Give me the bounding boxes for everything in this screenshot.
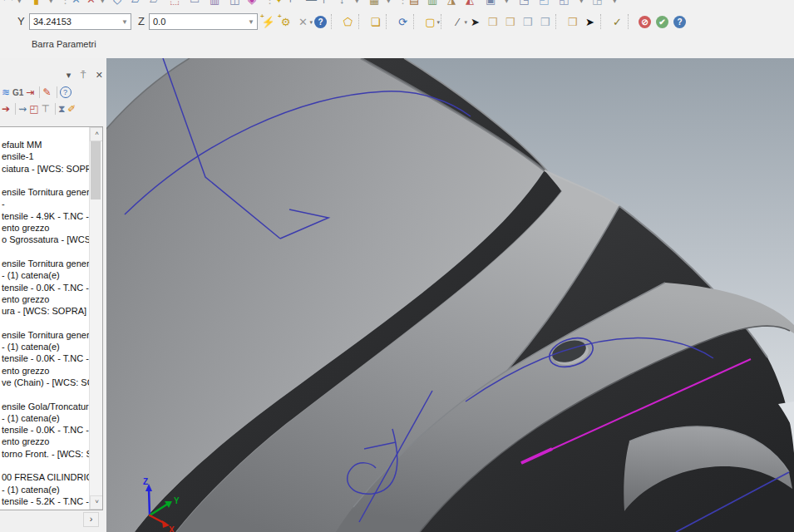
wireframe-cube-icon[interactable]: ❒ (519, 12, 536, 31)
mirror-icon[interactable]: ▭ (190, 0, 200, 7)
dropdown-icon[interactable]: ▾ (100, 0, 106, 7)
copy-view-icon[interactable]: ❒ (564, 12, 581, 31)
dropdown-icon[interactable]: ▾ (48, 0, 54, 7)
regenerate-icon[interactable]: ⟳ (394, 12, 412, 31)
dropdown-icon[interactable]: ▾ (354, 0, 360, 7)
accept-icon-button[interactable]: ✔ (653, 12, 671, 31)
toolpath-tree-row[interactable]: ensile Gola/Troncatura - C (0, 401, 90, 412)
toolpath-tree-row[interactable]: efault MM (0, 139, 90, 150)
toolpath-tree-row[interactable]: - (1) catena(e) (0, 341, 90, 352)
viewport-icon[interactable]: ◳ (519, 0, 529, 7)
toolpath-tree-row[interactable] (0, 317, 90, 328)
translucent-cube-icon[interactable]: ❒ (536, 12, 554, 31)
select-region-icon[interactable]: ▢▾ (422, 12, 439, 31)
nesting-icon[interactable]: ◈ (248, 0, 256, 7)
select-window-icon[interactable]: ❏ (367, 12, 384, 31)
edit-toolpath-icon[interactable]: ✎ (42, 86, 51, 98)
gview2-icon[interactable]: ◱ (559, 0, 569, 7)
scroll-down-button[interactable]: ˅ (90, 495, 103, 510)
toolpath-tree-row[interactable]: ento grezzo (0, 365, 90, 377)
project-icon[interactable]: ◫ (229, 0, 239, 7)
tree-vertical-scrollbar[interactable]: ˄ ˅ (89, 127, 102, 510)
view-grid-icon[interactable]: ▣ (486, 0, 496, 7)
toolpath-tree-row[interactable]: tensile - 5.2K - T.NC - N. (0, 495, 90, 507)
shaded-cube-icon[interactable]: ❒ (484, 12, 501, 31)
grid-table-icon[interactable]: ▤ (409, 0, 419, 7)
autocursor-settings-icon[interactable]: ⚙+ (277, 12, 294, 31)
chevron-down-icon[interactable]: ▼ (119, 18, 131, 26)
select-all-operations-icon[interactable]: ≋ (2, 86, 10, 98)
toolpath-tree-row[interactable]: - (1) catena(e) (0, 484, 90, 495)
panel-menu-icon[interactable]: ▾ (67, 70, 72, 81)
pick-entity-icon[interactable]: ➤ (581, 12, 599, 31)
toolpath-tree-row[interactable]: - (0, 198, 90, 209)
toolpath-tree-row[interactable]: ensile-1 (0, 150, 90, 162)
grid-table2-icon[interactable]: ▥ (427, 0, 437, 7)
edit-selected-icon[interactable]: ✐ (67, 103, 76, 115)
delete-xform-icon[interactable]: ✕ (86, 0, 96, 7)
scrollbar-thumb[interactable] (91, 141, 101, 200)
select-lasso-icon[interactable]: ⬠ (339, 12, 357, 31)
toolpath-tree-row[interactable]: tensile - 0.0K - T.NC - N. (0, 352, 90, 364)
z-coordinate-combo[interactable]: ▼ (149, 13, 258, 30)
post-icon[interactable]: ⊤ (41, 103, 49, 115)
toolpath-tree-row[interactable]: ento grezzo (0, 436, 90, 447)
time-estimate-icon[interactable]: ⧗ (58, 103, 65, 115)
dim-vert-icon[interactable]: ⊢ (323, 0, 332, 7)
toolpath-tree-row[interactable]: 00 FRESA CILINDRICA - (0, 471, 90, 483)
dimension-icon[interactable]: ⌐ (289, 0, 296, 7)
solid-cylinder-icon[interactable]: ▮ (33, 0, 39, 7)
toolpath-tree-row[interactable]: ensile Tornitura generale - (0, 186, 90, 198)
clipboard-check-icon[interactable]: ✓ (609, 12, 626, 31)
panel-help-icon[interactable]: ? (60, 86, 72, 98)
graphics-viewport[interactable]: Z Y X (106, 58, 794, 532)
analyze-icon[interactable]: ✦ (274, 0, 284, 7)
toolpath-tree-row[interactable]: ensile Tornitura generale - (0, 258, 90, 269)
separator-dots-icon[interactable]: ⋮ (60, 0, 71, 7)
prohibit-icon-button[interactable]: ⊘ (636, 12, 653, 31)
toolpath-tree-row[interactable]: ento grezzo (0, 222, 90, 234)
z-coordinate-input[interactable] (150, 17, 245, 27)
array-icon[interactable]: ▥ (210, 0, 219, 7)
dim-line-icon[interactable]: ― (306, 0, 317, 7)
toolpath-tree-row[interactable]: - (1) catena(e) (0, 269, 90, 281)
chevron-down-icon[interactable]: ▼ (245, 18, 257, 26)
dropdown-icon[interactable]: ▾ (504, 0, 510, 7)
send-to-machine-icon[interactable]: ⇥ (26, 86, 34, 98)
toolpath-tree-row[interactable]: ve (Chain) - [WCS: SOPR (0, 377, 90, 388)
y-coordinate-input[interactable] (30, 17, 119, 27)
toolpath-tree-row[interactable]: ura - [WCS: SOPRA] - [ F (0, 305, 90, 317)
xform-icon[interactable]: ✕ (72, 0, 81, 7)
trim-icon[interactable]: ▱ (131, 0, 140, 7)
dim-height-icon[interactable]: ↕ (339, 0, 345, 7)
help-icon-button[interactable]: ? (312, 12, 329, 31)
separator-dots-icon[interactable]: ⋮ (397, 0, 408, 7)
hatch-icon[interactable]: ▦ (369, 0, 379, 7)
toolpath-tree-row[interactable] (0, 175, 90, 186)
move-insert-arrow-icon[interactable]: ➔ (2, 103, 10, 115)
dropdown-icon[interactable]: ▾ (579, 0, 584, 7)
scroll-up-button[interactable]: ˄ (90, 127, 103, 141)
y-coordinate-combo[interactable]: ▼ (29, 13, 131, 30)
dropdown-icon[interactable]: ▾ (17, 0, 22, 7)
surface-icon[interactable]: ◮ (447, 0, 456, 7)
post-g1-icon[interactable]: G1 (12, 88, 23, 97)
toolpath-tree-row[interactable] (0, 388, 90, 400)
dropdown-icon[interactable]: ▾ (612, 0, 618, 7)
stock-display-icon[interactable]: ◰ (29, 103, 38, 115)
toolpath-tree-row[interactable]: tensile - 4.9K - T.NC - N. (0, 210, 90, 222)
pan-icon[interactable]: ◇ (113, 0, 121, 7)
trim2-icon[interactable]: ▱ (150, 0, 158, 7)
help2-icon-button[interactable]: ? (671, 12, 688, 31)
scroll-right-button[interactable]: › (83, 512, 99, 527)
pin-icon[interactable]: ⍑ (81, 70, 86, 81)
shaded-cube2-icon[interactable]: ❒ (501, 12, 519, 31)
gview-icon[interactable]: ◰ (539, 0, 549, 7)
toolpath-tree-row[interactable]: tensile - 0.0K - T.NC - N. (0, 424, 90, 436)
toolpath-tree-row[interactable]: ensile Tornitura generale - (0, 329, 90, 341)
select-line-mode-icon[interactable]: ∕▾ (449, 12, 466, 31)
toolpath-tree-row[interactable]: ento grezzo (0, 293, 90, 305)
toolpath-tree-row[interactable]: o Sgrossatura - [WCS: SC (0, 234, 90, 245)
offset-icon[interactable]: ⬚ (170, 0, 180, 7)
model-canvas[interactable]: Z Y X (106, 58, 794, 532)
